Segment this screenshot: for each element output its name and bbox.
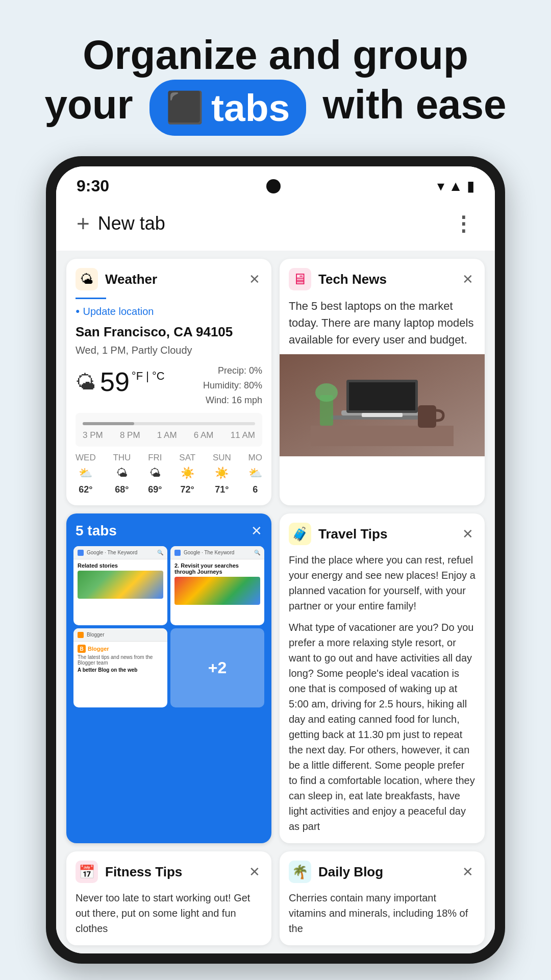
travel-tips-card[interactable]: 🧳 Travel Tips ✕ Find the place where you… xyxy=(280,513,485,843)
mini-tab-1-bar: Google · The Keyword 🔍 xyxy=(73,546,167,559)
weather-icon: 🌤 xyxy=(76,268,98,290)
new-tab-label: New tab xyxy=(98,213,165,234)
phone-screen: 9:30 ▾ ▲ ▮ + New tab ⋮ 🌤 Weather xyxy=(56,166,495,953)
mini-tab-1-favicon xyxy=(78,550,84,556)
tabs-badge: ⬛ tabs xyxy=(149,80,306,136)
forecast-sat: SAT ☀️ 72° xyxy=(179,452,195,497)
fitness-tips-card[interactable]: 📅 Fitness Tips ✕ Never too late to start… xyxy=(66,851,271,945)
daily-blog-card[interactable]: 🌴 Daily Blog ✕ Cherries contain many imp… xyxy=(280,851,485,945)
mini-tab-1-image xyxy=(78,571,163,599)
tabs-group-header: 5 tabs ✕ xyxy=(66,513,271,546)
svg-point-8 xyxy=(315,383,338,402)
signal-icon: ▲ xyxy=(448,178,463,194)
tech-news-header: 🖥 Tech News ✕ xyxy=(280,259,485,298)
forecast-fri: FRI 🌤 69° xyxy=(148,452,162,497)
travel-tips-content: Find the place where you can rest, refue… xyxy=(280,552,485,843)
laptop-svg xyxy=(311,364,454,446)
timeline-labels: 3 PM 8 PM 1 AM 6 AM 11 AM xyxy=(83,429,255,442)
mini-tab-1[interactable]: Google · The Keyword 🔍 Related stories xyxy=(73,546,167,625)
weather-temperature: 59°F | °C xyxy=(100,363,165,401)
status-time: 9:30 xyxy=(77,177,109,195)
tabs-badge-label: tabs xyxy=(211,85,290,131)
tech-news-close-button[interactable]: ✕ xyxy=(460,270,475,289)
menu-button[interactable]: ⋮ xyxy=(453,212,474,235)
hero-section: Organize and group your ⬛ tabs with ease xyxy=(14,0,537,156)
weather-humidity: Humidity: 80% xyxy=(203,378,262,393)
mini-tab-3[interactable]: Blogger B Blogger The latest tips and ne… xyxy=(73,628,167,707)
weather-precip: Precip: 0% xyxy=(203,363,262,378)
weather-temp-row: 🌤 59°F | °C Precip: 0% Humidity: 80% Win… xyxy=(76,363,262,407)
weather-city: San Francisco, CA 94105 xyxy=(76,323,262,341)
new-tab-button[interactable]: + New tab xyxy=(77,211,165,236)
weather-close-button[interactable]: ✕ xyxy=(247,270,262,289)
blogger-label: B Blogger xyxy=(78,645,163,653)
mini-tab-3-url: Blogger xyxy=(87,632,104,638)
mini-tab-2-headline: 2. Revisit your searches through Journey… xyxy=(174,562,260,575)
fitness-tips-content: Never too late to start working out! Get… xyxy=(66,890,271,945)
travel-tips-title: Travel Tips xyxy=(318,526,453,542)
weather-card-header: 🌤 Weather ✕ xyxy=(66,259,271,298)
mini-tab-3-bar: Blogger xyxy=(73,628,167,642)
tabs-group-card[interactable]: 5 tabs ✕ Google · The Keyword 🔍 Related … xyxy=(66,513,271,843)
tech-news-image xyxy=(280,354,485,456)
weather-update-location[interactable]: Update location xyxy=(76,304,262,318)
forecast-sun: SUN ☀️ 71° xyxy=(213,452,231,497)
daily-blog-icon: 🌴 xyxy=(289,861,311,883)
mini-tab-3-favicon xyxy=(78,632,84,638)
travel-text-1: Find the place where you can rest, refue… xyxy=(289,552,475,614)
blogger-icon: B xyxy=(78,645,86,653)
weather-content: Update location San Francisco, CA 94105 … xyxy=(66,304,271,505)
fitness-tips-icon: 📅 xyxy=(76,861,98,883)
weather-underline xyxy=(76,298,106,299)
mini-tab-2-favicon xyxy=(174,550,181,556)
tech-news-title: Tech News xyxy=(318,272,453,287)
mini-tab-1-headline: Related stories xyxy=(78,562,163,569)
svg-rect-0 xyxy=(311,426,454,446)
front-camera xyxy=(266,179,281,193)
daily-blog-content: Cherries contain many important vitamins… xyxy=(280,890,485,945)
travel-tips-header: 🧳 Travel Tips ✕ xyxy=(280,513,485,552)
forecast-mo: MO ⛅ 6 xyxy=(248,452,262,497)
wifi-icon: ▾ xyxy=(437,178,444,194)
mini-tab-1-content: Related stories xyxy=(73,559,167,602)
mini-tab-2-image xyxy=(174,577,260,605)
fitness-tips-title: Fitness Tips xyxy=(105,864,240,880)
mini-tab-1-search-icon: 🔍 xyxy=(157,550,163,555)
mini-tab-2[interactable]: Google · The Keyword 🔍 2. Revisit your s… xyxy=(170,546,264,625)
tabs-group-close-button[interactable]: ✕ xyxy=(251,523,262,539)
weather-timeline: 3 PM 8 PM 1 AM 6 AM 11 AM xyxy=(76,413,262,447)
tech-news-icon: 🖥 xyxy=(289,268,311,290)
plus-icon: + xyxy=(77,211,90,236)
weather-temp-unit: °F | °C xyxy=(132,369,165,384)
tech-news-text: The 5 best laptops on the market today. … xyxy=(280,298,485,354)
weather-card[interactable]: 🌤 Weather ✕ Update location San Francisc… xyxy=(66,259,271,505)
weather-emoji: 🌤 xyxy=(76,368,96,397)
svg-rect-5 xyxy=(418,405,436,428)
daily-blog-close-button[interactable]: ✕ xyxy=(460,862,475,882)
phone-mockup: 9:30 ▾ ▲ ▮ + New tab ⋮ 🌤 Weather xyxy=(46,156,505,964)
weather-wind: Wind: 16 mph xyxy=(203,393,262,408)
weather-forecast: WED ⛅ 62° THU 🌤 68° FRI 🌤 69° xyxy=(76,452,262,497)
weather-details: Precip: 0% Humidity: 80% Wind: 16 mph xyxy=(203,363,262,407)
mini-tab-1-url: Google · The Keyword xyxy=(87,550,137,555)
hero-line1: Organize and group xyxy=(44,31,506,80)
tech-news-card[interactable]: 🖥 Tech News ✕ The 5 best laptops on the … xyxy=(280,259,485,505)
daily-blog-header: 🌴 Daily Blog ✕ xyxy=(280,851,485,890)
mini-tab-2-search-icon: 🔍 xyxy=(254,550,260,555)
svg-rect-4 xyxy=(349,382,415,410)
travel-text-2: What type of vacationer are you? Do you … xyxy=(289,620,475,834)
travel-tips-icon: 🧳 xyxy=(289,523,311,545)
blogger-tagline: The latest tips and news from the Blogge… xyxy=(78,654,163,666)
forecast-wed: WED ⛅ 62° xyxy=(76,452,96,497)
svg-rect-6 xyxy=(362,413,403,417)
fitness-tips-close-button[interactable]: ✕ xyxy=(247,862,262,882)
fitness-tips-header: 📅 Fitness Tips ✕ xyxy=(66,851,271,890)
hero-line2: your ⬛ tabs with ease xyxy=(44,80,506,136)
fitness-tips-text: Never too late to start working out! Get… xyxy=(76,890,262,936)
mini-tab-3-content: B Blogger The latest tips and news from … xyxy=(73,642,167,676)
tabs-plus-badge[interactable]: +2 xyxy=(170,628,264,707)
timeline-bar xyxy=(83,422,255,425)
battery-icon: ▮ xyxy=(467,178,474,194)
travel-tips-close-button[interactable]: ✕ xyxy=(460,524,475,544)
tabs-count-label: 5 tabs xyxy=(76,523,117,539)
